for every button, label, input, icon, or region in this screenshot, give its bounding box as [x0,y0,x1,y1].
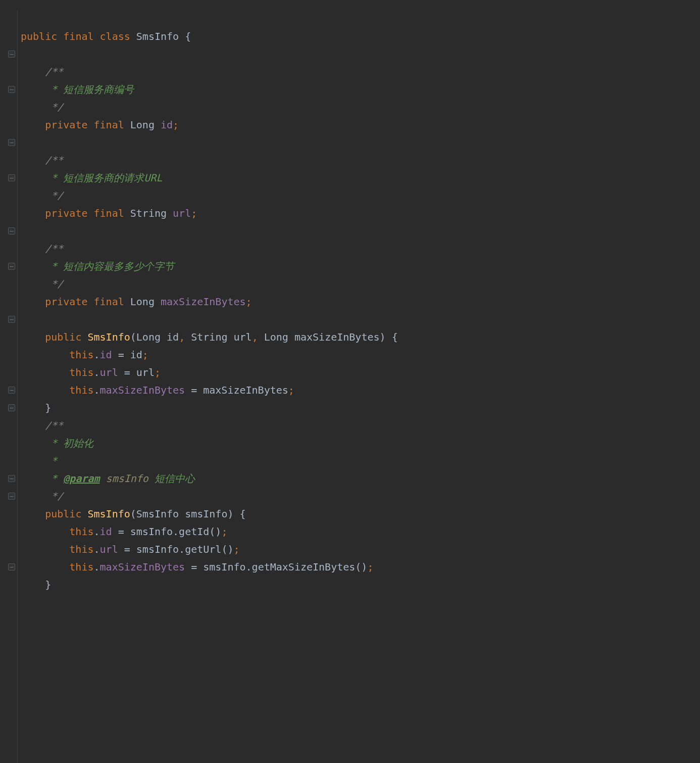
punct: ; [233,543,239,555]
punct: ; [191,207,197,219]
doc-comment: * 短信服务商的请求URL [45,172,162,184]
type: String [191,331,227,343]
eq: = [112,349,130,361]
field: maxSizeInBytes [161,296,246,308]
eq: = [112,526,130,538]
keyword: this [69,349,93,361]
field: maxSizeInBytes [100,561,185,573]
eq: = [118,543,136,555]
constructor-name: SmsInfo [87,508,130,520]
doc-comment: 短信中心 [155,472,195,485]
doc-comment: */ [45,490,63,502]
keyword: this [69,526,93,538]
fold-marker[interactable]: − [8,387,15,394]
keyword: this [69,561,93,573]
constructor-name: SmsInfo [87,331,130,343]
doc-tag: @param [63,472,99,485]
punct: ; [173,119,179,131]
dot: . [173,526,179,538]
dot: . [246,561,252,573]
dot: . [94,366,100,378]
paren: ( [130,331,136,343]
fold-marker[interactable]: − [8,139,15,146]
brace: { [392,331,398,343]
dot: . [94,349,100,361]
keyword: public [45,331,81,343]
keyword: public [45,508,81,520]
field: id [161,119,173,131]
field: url [100,543,118,555]
type: Long [130,119,155,131]
doc-param-var: smsInfo [106,472,148,485]
field: maxSizeInBytes [100,384,185,396]
fold-marker[interactable]: − [8,227,15,234]
dot: . [94,561,100,573]
doc-comment: * [51,472,63,485]
doc-comment: */ [45,101,63,113]
code-area[interactable]: public final class SmsInfo { /** * 短信服务商… [17,10,700,763]
dot: . [94,526,100,538]
var: maxSizeInBytes [203,384,288,396]
field: url [100,366,118,378]
fold-marker[interactable]: − [8,263,15,270]
class-name: SmsInfo [136,30,179,42]
method-call: getUrl() [185,543,233,555]
param: url [234,331,252,343]
var: smsInfo [136,543,179,555]
keyword: private [45,296,87,308]
type: String [130,207,167,219]
param: smsInfo [185,508,227,520]
brace: { [185,30,191,42]
punct: ; [246,296,252,308]
var: url [136,366,155,378]
fold-marker[interactable]: − [8,316,15,323]
paren: ) [227,508,233,520]
gutter: − − − − − − − − − − − − [0,10,17,763]
dot: . [94,543,100,555]
param: id [167,331,179,343]
doc-comment: * 短信服务商编号 [45,83,134,96]
keyword: final [94,119,124,131]
keyword: final [94,207,124,219]
dot: . [94,384,100,396]
type: SmsInfo [136,508,179,520]
comma: , [179,331,191,343]
keyword: private [45,119,87,131]
param: maxSizeInBytes [294,331,380,343]
keyword: class [100,30,130,42]
paren: ( [130,508,136,520]
fold-marker[interactable]: − [8,404,15,411]
fold-marker[interactable]: − [8,51,15,58]
doc-comment: /** [45,66,63,78]
paren: ) [380,331,386,343]
dot: . [179,543,185,555]
keyword: final [94,296,124,308]
method-call: getId() [179,526,221,538]
doc-comment: /** [45,243,63,255]
keyword: public [21,30,57,42]
fold-marker[interactable]: − [8,86,15,93]
keyword: final [63,30,93,42]
fold-marker[interactable]: − [8,174,15,181]
fold-marker[interactable]: − [8,475,15,482]
brace: } [45,579,51,591]
type: Long [130,296,155,308]
brace: } [45,402,51,414]
field: id [100,526,112,538]
doc-comment: * [45,455,57,467]
code-editor: − − − − − − − − − − − − public final cla… [0,0,700,763]
field: id [100,349,112,361]
comma: , [252,331,264,343]
type: Long [264,331,288,343]
punct: ; [155,366,161,378]
doc-comment: /** [45,154,63,166]
doc-comment: * 短信内容最多多少个字节 [45,260,174,272]
punct: ; [367,561,373,573]
keyword: this [69,366,93,378]
fold-marker[interactable]: − [8,563,15,570]
fold-marker[interactable]: − [8,493,15,500]
doc-comment: */ [45,278,63,290]
punct: ; [221,526,227,538]
keyword: private [45,207,87,219]
punct: ; [142,349,148,361]
